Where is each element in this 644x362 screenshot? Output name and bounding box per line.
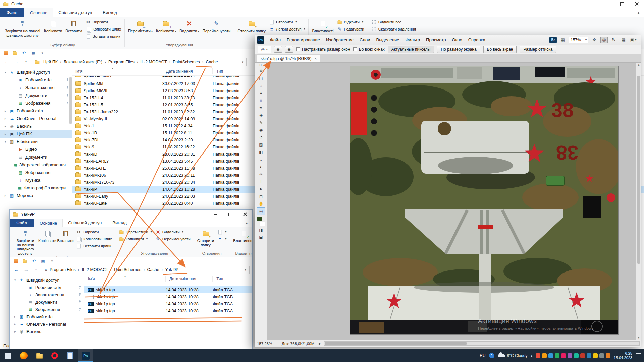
sidebar-item[interactable]: Музика	[0, 176, 72, 184]
taskbar-notepad-icon[interactable]	[62, 349, 78, 362]
forward-button[interactable]: →	[12, 58, 20, 66]
sidebar-scrollbar[interactable]	[69, 77, 72, 124]
sidebar-item[interactable]: Робочий стіл	[10, 313, 84, 320]
menu-item[interactable]: Файл	[267, 37, 284, 42]
move-tool[interactable]: ✥	[257, 67, 265, 75]
properties-button[interactable]: ✓Властивості	[231, 228, 252, 244]
horizontal-scrollbar[interactable]	[324, 341, 640, 346]
marquee-tool[interactable]: ▢	[257, 75, 265, 82]
copy-button[interactable]: Копіювати	[38, 228, 56, 244]
menu-item[interactable]: Просмотр	[423, 37, 449, 42]
vertical-scrollbar[interactable]: ▲▼	[636, 63, 641, 340]
clone-stamp-tool[interactable]: ◉	[257, 126, 265, 134]
photoshop-logo-icon[interactable]: Ps	[257, 36, 264, 44]
sidebar-item[interactable]: Зображення	[0, 99, 72, 107]
expander-icon[interactable]	[5, 71, 9, 74]
eraser-tool[interactable]: ▨	[257, 141, 265, 148]
expander-icon[interactable]	[14, 315, 18, 318]
maximize-button[interactable]	[614, 0, 629, 8]
document-tab[interactable]: skin1o.tga @ 157% (RGB/8)×	[257, 55, 320, 62]
tray-icon[interactable]	[574, 353, 579, 358]
view-extras-icon[interactable]: ▦	[559, 37, 567, 43]
status-zoom-field[interactable]: 157,23%	[255, 340, 279, 347]
undo-icon[interactable]	[31, 258, 37, 264]
shape-tool[interactable]: ◻	[257, 193, 265, 200]
ribbon-tab[interactable]: Спільний доступ	[63, 219, 107, 227]
ribbon-collapse-icon[interactable]	[633, 8, 644, 17]
column-header-date[interactable]: Дата змінення	[166, 276, 213, 282]
new-item-button[interactable]: Створити	[267, 18, 307, 25]
sidebar-item[interactable]: Відео	[0, 145, 72, 153]
sidebar-item[interactable]: Василь	[0, 122, 72, 130]
breadcrumb-item[interactable]: IL-2 MODACT	[139, 60, 171, 64]
breadcrumb[interactable]: Цей ПКЛокальний диск (E:)Program FilesIL…	[32, 58, 247, 66]
bridge-button[interactable]: Br	[549, 37, 557, 43]
column-header-name[interactable]: Ім'я	[72, 68, 162, 74]
screen-mode-icon[interactable]: ▣	[630, 37, 637, 43]
qat-dropdown-icon[interactable]	[40, 50, 45, 56]
tab-file[interactable]: Файл	[0, 8, 24, 17]
breadcrumb-item[interactable]: Program Files	[48, 267, 80, 272]
menu-item[interactable]: Справка	[465, 37, 488, 42]
expander-icon[interactable]	[5, 109, 9, 113]
ribbon-collapse-icon[interactable]	[241, 219, 252, 227]
zoom-level-select[interactable]: 157%	[569, 37, 588, 43]
copy-to-button[interactable]: Копіювати	[117, 235, 154, 242]
paste-shortcut-button[interactable]: Вставити ярлик	[84, 33, 123, 40]
copy-path-button[interactable]: Копіювати шлях	[74, 235, 113, 242]
qat-icon[interactable]	[13, 258, 18, 264]
sidebar-item[interactable]: Швидкий доступ	[0, 68, 72, 76]
status-menu-icon[interactable]	[317, 342, 322, 345]
copy-button[interactable]: Копіювати	[42, 18, 64, 34]
tray-icon[interactable]	[568, 353, 572, 358]
cut-button[interactable]: Вирізати	[74, 228, 113, 235]
sidebar-item[interactable]: Цей ПК	[0, 130, 72, 138]
title-bar[interactable]: Yak-9P	[10, 210, 252, 219]
sidebar-item[interactable]: Швидкий доступ	[10, 276, 84, 284]
copy-path-button[interactable]: Копіювати шлях	[84, 25, 123, 33]
all-windows-checkbox[interactable]: Во всех окнах	[353, 47, 385, 52]
easy-access-button[interactable]	[216, 235, 228, 242]
tray-icon[interactable]	[542, 353, 547, 358]
print-size-button[interactable]: Размер оттиска	[520, 46, 556, 53]
sidebar-item[interactable]: OneDrive - Personal	[0, 115, 72, 122]
sidebar-item[interactable]: Робочий стіл	[10, 284, 84, 291]
zoom-tool-icon[interactable]: ◎	[600, 37, 608, 43]
taskbar-photoshop-icon[interactable]: Ps	[78, 349, 93, 362]
sidebar-item[interactable]: Документи	[10, 298, 84, 306]
paste-button[interactable]: Вставити	[56, 228, 74, 244]
undo-icon[interactable]	[21, 50, 27, 56]
menu-item[interactable]: Слои	[357, 37, 373, 42]
menu-item[interactable]: Окно	[449, 37, 465, 42]
breadcrumb-item[interactable]: Program Files	[107, 60, 139, 64]
rename-button[interactable]: Перейменувати	[201, 18, 232, 34]
maximize-button[interactable]	[223, 210, 237, 219]
tray-icon[interactable]	[548, 353, 553, 358]
paste-shortcut-button[interactable]: Вставити ярлик	[74, 242, 113, 249]
address-dropdown-icon[interactable]	[240, 60, 245, 64]
qat-dropdown-icon[interactable]	[49, 258, 55, 264]
hand-tool-icon[interactable]: ✥	[591, 37, 598, 43]
breadcrumb-item[interactable]: Cache	[146, 267, 164, 272]
status-document-size[interactable]: Док: 768,0K/1,00M	[279, 340, 317, 347]
quick-mask-icon[interactable]: ◨	[257, 226, 265, 234]
ribbon-tab[interactable]: Спільний доступ	[53, 8, 97, 17]
tray-overflow-icon[interactable]	[531, 354, 532, 357]
tab-file[interactable]: Файл	[10, 219, 34, 227]
column-header-type[interactable]: Тип	[213, 276, 252, 282]
breadcrumb-item[interactable]: PaintSchemes	[112, 267, 145, 272]
tray-icon[interactable]	[587, 353, 591, 358]
up-button[interactable]: ↑	[32, 266, 40, 274]
expander-icon[interactable]	[5, 194, 9, 197]
file-row[interactable]: skin1o.tga 14.04.2023 10:28 Файл TGA	[84, 286, 252, 293]
canvas-area[interactable]: 38 38	[267, 63, 641, 340]
file-row[interactable]: skin1p.tga 14.04.2023 10:28 Файл TGA	[84, 300, 252, 307]
zoom-in-button[interactable]: ⊕	[274, 46, 282, 53]
taskbar-explorer-icon[interactable]	[32, 349, 47, 362]
expander-icon[interactable]	[14, 278, 18, 282]
background-color-swatch[interactable]	[260, 222, 265, 226]
new-folder-button[interactable]: ✶Створити папку	[196, 228, 216, 248]
expander-icon[interactable]	[5, 117, 9, 120]
back-button[interactable]: ←	[3, 58, 11, 66]
tray-icon[interactable]	[593, 353, 598, 358]
